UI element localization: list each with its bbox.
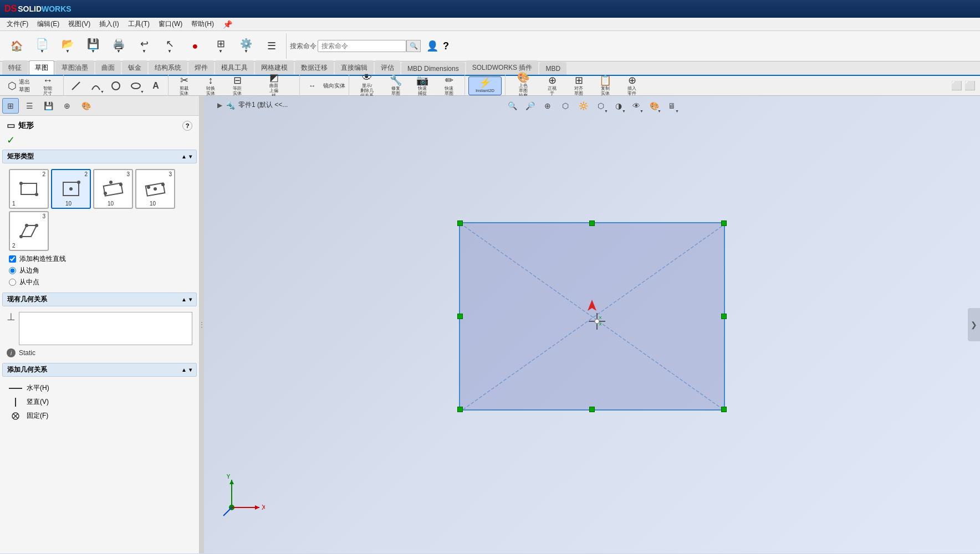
search-input[interactable]	[318, 40, 406, 52]
sketch-rectangle[interactable]: × ×	[459, 222, 725, 411]
view-3d-button[interactable]: ⬡	[558, 98, 573, 114]
panel-color-button[interactable]: 🎨	[78, 98, 94, 114]
quick-capture-button[interactable]: 📷 快速捕捉	[410, 76, 435, 95]
minimize-button[interactable]: ⬜	[951, 80, 962, 91]
horizontal-relation-button[interactable]: 水平(H)	[7, 382, 192, 394]
existing-relations-collapse[interactable]: ▲	[181, 296, 187, 302]
from-center-radio[interactable]	[9, 279, 16, 286]
existing-relations-down[interactable]: ▾	[189, 296, 192, 302]
panel-list-button[interactable]: ☰	[21, 98, 38, 114]
tab-shuju[interactable]: 数据迁移	[295, 60, 334, 75]
run-button[interactable]: ●	[183, 34, 207, 58]
maximize-button[interactable]: ⬜	[964, 80, 976, 91]
copy-entity-button[interactable]: 📋 复制实体	[593, 76, 617, 95]
text-button[interactable]: A	[147, 78, 165, 94]
tree-expand-arrow[interactable]: ▶	[217, 101, 222, 109]
view-3d2-button[interactable]: ⬡▼	[593, 98, 609, 114]
rect-parallel3-button[interactable]: 3 2	[9, 211, 49, 251]
tab-qumian[interactable]: 曲面	[95, 60, 121, 75]
view-mode-button[interactable]: ◑▼	[611, 98, 626, 114]
from-corner-radio[interactable]	[9, 267, 16, 274]
display-button[interactable]: 👁 显示/删除几何关系	[353, 76, 381, 95]
arc-button[interactable]: ▼	[87, 78, 105, 94]
vertical-relation-button[interactable]: 竖直(V)	[7, 396, 192, 408]
save-button[interactable]: 💾 ▼	[81, 34, 105, 58]
smart-dim-button[interactable]: ↔ 智能尺寸	[35, 76, 60, 95]
home-button[interactable]: 🏠	[4, 34, 29, 58]
tab-jiegou[interactable]: 结构系统	[149, 60, 187, 75]
rect-corner2-button[interactable]: 2 1	[9, 169, 49, 209]
line-button[interactable]	[67, 78, 85, 94]
view-orient-button[interactable]: ⊕	[540, 98, 555, 114]
viewport[interactable]: 🔍 🔎 ⊕ ⬡ 🔆 ⬡▼ ◑▼ 👁▼ 🎨▼ 🖥▼ ▶ 🔩	[204, 96, 980, 553]
quick-sketch-button[interactable]: ✏ 快速草图	[437, 76, 461, 95]
open-button[interactable]: 📂 ▼	[55, 34, 80, 58]
new-button[interactable]: 📄 ▼	[30, 34, 54, 58]
fixed-relation-button[interactable]: 固定(F)	[7, 410, 192, 422]
tab-caotu[interactable]: 草图	[29, 60, 54, 75]
align-sketch-button[interactable]: ⊞ 对齐草图	[566, 76, 591, 95]
rect-type-collapse-down[interactable]: ▾	[189, 153, 192, 160]
tab-hanjian[interactable]: 焊件	[188, 60, 214, 75]
rect-type-collapse-up[interactable]: ▲	[181, 153, 187, 160]
panel-save-button[interactable]: 💾	[40, 98, 57, 114]
add-relations-section-header[interactable]: 添加几何关系 ▲ ▾	[2, 363, 197, 377]
tab-banjin[interactable]: 钣金	[122, 60, 147, 75]
zoom-all-button[interactable]: 🔍	[504, 98, 520, 114]
print-button[interactable]: 🖨️ ▼	[106, 34, 131, 58]
menu-view[interactable]: 视图(V)	[64, 18, 95, 30]
help-icon[interactable]: ?	[443, 40, 449, 52]
shade-sketch-button[interactable]: 🎨 上色草图轮廓	[509, 76, 538, 95]
exit-sketch-button[interactable]: ⬡ 退出草图	[4, 76, 33, 95]
rect-center3-button[interactable]: 3 10	[135, 169, 175, 209]
extra-button[interactable]: ☰	[259, 34, 284, 58]
menu-file[interactable]: 文件(F)	[2, 18, 33, 30]
convert-button[interactable]: ↕ 转换实体	[198, 76, 223, 95]
ellipse-button[interactable]: ▼	[127, 78, 145, 94]
add-relations-collapse[interactable]: ▲	[181, 367, 187, 373]
existing-relations-section-header[interactable]: 现有几何关系 ▲ ▾	[2, 293, 197, 306]
appearance-button[interactable]: 🎨▼	[646, 98, 662, 114]
search-button[interactable]: 🔍	[406, 40, 421, 52]
magnify-button[interactable]: 🔆	[575, 98, 591, 114]
circle-button[interactable]	[107, 78, 125, 94]
display-style-button[interactable]: 🖥▼	[664, 98, 680, 114]
options-button[interactable]: ⊞ ▼	[208, 34, 233, 58]
construction-line-checkbox[interactable]	[9, 255, 16, 263]
insert-part-button[interactable]: ⊕ 插入零件	[620, 76, 644, 95]
user-icon[interactable]: 👤	[426, 40, 438, 52]
panel-resize-handle[interactable]	[200, 96, 204, 553]
repair-button[interactable]: 🔧 修复草图	[384, 76, 408, 95]
tab-mbd[interactable]: MBD	[539, 62, 566, 75]
normal-to-button[interactable]: ⊕ 正视于	[540, 76, 564, 95]
undo-button[interactable]: ↩ ▼	[132, 34, 156, 58]
pin-icon[interactable]: 📌	[223, 20, 232, 29]
settings-button[interactable]: ⚙️ ▼	[234, 34, 258, 58]
select-button[interactable]: ↖ ▼	[157, 34, 182, 58]
panel-snap-button[interactable]: ⊕	[59, 98, 75, 114]
panel-home-button[interactable]: ⊞	[2, 98, 19, 114]
offset-button[interactable]: ⊟ 等距实体	[225, 76, 249, 95]
zoom-in-button[interactable]: 🔎	[522, 98, 538, 114]
confirm-checkmark[interactable]: ✓	[7, 135, 15, 146]
tab-caotuyoume[interactable]: 草图油墨	[55, 60, 94, 75]
menu-help[interactable]: 帮助(H)	[187, 18, 218, 30]
menu-insert[interactable]: 插入(I)	[95, 18, 123, 30]
trim-button[interactable]: ✂ 剪裁实体	[172, 76, 196, 95]
menu-edit[interactable]: 编辑(E)	[33, 18, 64, 30]
tab-mbd-dim[interactable]: MBD Dimensions	[401, 62, 465, 75]
instant2d-button[interactable]: ⚡ Instant2D	[468, 76, 502, 95]
rect-corner3-button[interactable]: 3 10	[93, 169, 133, 209]
tab-mojv[interactable]: 模具工具	[215, 60, 254, 75]
rect-type-section-header[interactable]: 矩形类型 ▲ ▾	[2, 150, 197, 163]
add-relations-down[interactable]: ▾	[189, 367, 192, 373]
hide-show-button[interactable]: 👁▼	[629, 98, 644, 114]
panel-help-button[interactable]: ?	[182, 121, 192, 131]
tab-tezheng[interactable]: 特征	[2, 60, 28, 75]
menu-window[interactable]: 窗口(W)	[154, 18, 187, 30]
tab-pinggu[interactable]: 评估	[375, 60, 400, 75]
face-button[interactable]: ◩ 曲面上偏移	[252, 76, 296, 95]
menu-tools[interactable]: 工具(T)	[124, 18, 154, 30]
right-expand-tab[interactable]: ❯	[968, 308, 980, 341]
mirror-button[interactable]: ↔	[303, 78, 321, 94]
